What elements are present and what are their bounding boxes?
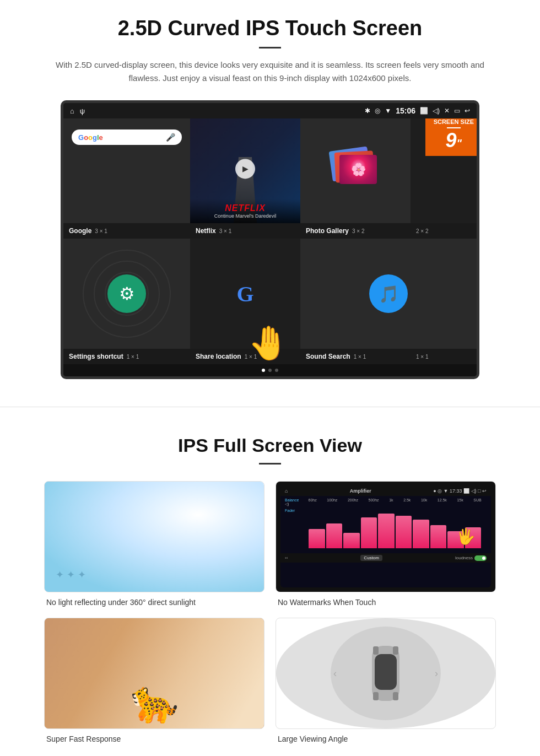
ips-image-amplifier: ⌂ Amplifier ● ◎ ▼ 17:33 ⬜ ◁) □ ↩ Balance…: [276, 481, 496, 592]
location-icon: ◎: [375, 107, 380, 115]
car-image: ‹ ›: [276, 618, 495, 728]
loudness-label: loudness: [455, 555, 473, 560]
section2-underline: [259, 463, 281, 465]
label-sound-size-extra: 1 × 1: [411, 351, 477, 362]
amp-custom-btn[interactable]: Custom: [360, 555, 382, 561]
label-settings: Settings shortcut 1 × 1: [63, 351, 190, 362]
ips-item-car: ‹ › Large Viewing Angle: [276, 618, 496, 743]
back-icon[interactable]: ↩: [465, 107, 470, 115]
sound-icon[interactable]: 🎵: [369, 274, 408, 313]
label-netflix-name: Netflix: [196, 227, 216, 235]
label-empty: 2 × 2: [411, 225, 477, 236]
cheetah-image: 🐆: [45, 618, 264, 728]
amp-home: ⌂: [285, 488, 288, 494]
volume-icon[interactable]: ◁): [433, 107, 440, 115]
section1-title: 2.5D Curved IPS Touch Screen: [33, 17, 507, 40]
app-grid-row2: ⚙ G 🤚 🎵: [63, 239, 477, 349]
section2-title: IPS Full Screen View: [22, 435, 518, 456]
ips-image-sunlight: ✦ ✦ ✦: [44, 481, 264, 592]
svg-rect-1: [375, 654, 397, 690]
svg-rect-3: [393, 646, 398, 655]
share-icons: G: [236, 281, 253, 307]
app-grid-row1: Google 🎤 ▶ NETFLIX Continue Marvel's Dar…: [63, 118, 477, 223]
sunlight-image: ✦ ✦ ✦: [45, 482, 264, 592]
amp-hand: 🖐: [456, 527, 476, 546]
label-share-name: Share location: [196, 353, 241, 360]
label-photos-size: 3 × 2: [352, 228, 365, 234]
toggle-switch[interactable]: [474, 555, 487, 561]
badge-size: 9": [434, 131, 474, 150]
ips-image-cheetah: 🐆: [44, 618, 264, 729]
svg-rect-4: [373, 692, 379, 700]
settings-icon[interactable]: ⚙: [107, 274, 146, 313]
mic-icon[interactable]: 🎤: [166, 133, 175, 142]
dot-2[interactable]: [268, 369, 272, 372]
label-google-size: 3 × 1: [95, 228, 107, 234]
section2-ips: IPS Full Screen View ✦ ✦ ✦ No light refl…: [0, 424, 540, 754]
window-icon[interactable]: ▭: [454, 107, 460, 115]
app-cell-settings[interactable]: ⚙: [63, 239, 190, 349]
usb-icon: ψ: [80, 107, 85, 115]
app-cell-photos[interactable]: 🌸: [300, 118, 411, 223]
google-logo: Google: [78, 133, 103, 142]
section1-description: With 2.5D curved-display screen, this de…: [50, 58, 490, 85]
amp-footer-left: ‹‹: [285, 555, 288, 560]
label-settings-size: 1 × 1: [127, 354, 139, 360]
amp-footer: ‹‹ Custom loudness: [280, 553, 491, 563]
ips-item-cheetah: 🐆 Super Fast Response: [44, 618, 264, 743]
ips-image-car: ‹ ›: [276, 618, 496, 729]
ips-grid: ✦ ✦ ✦ No light reflecting under 360° dir…: [44, 481, 496, 743]
section1-touch-screen: 2.5D Curved IPS Touch Screen With 2.5D c…: [0, 0, 540, 390]
svg-rect-2: [373, 646, 379, 655]
photo-stack: 🌸: [331, 146, 380, 196]
dot-1[interactable]: [262, 369, 265, 372]
close-icon[interactable]: ✕: [444, 107, 450, 115]
device-screen: ⌂ ψ ✱ ◎ ▼ 15:06 ⬜ ◁) ✕ ▭ ↩: [61, 100, 479, 379]
caption-amplifier: No Watermarks When Touch: [276, 598, 496, 607]
status-bar: ⌂ ψ ✱ ◎ ▼ 15:06 ⬜ ◁) ✕ ▭ ↩: [63, 103, 477, 118]
dot-3[interactable]: [275, 369, 278, 372]
caption-sunlight: No light reflecting under 360° direct su…: [44, 598, 264, 607]
google-g-icon: G: [236, 281, 253, 307]
label-sound: Sound Search 1 × 1: [300, 351, 411, 362]
section-divider: [0, 407, 540, 407]
title-underline: [259, 47, 281, 48]
label-sound-name: Sound Search: [306, 353, 350, 360]
google-search-bar[interactable]: Google 🎤: [72, 129, 182, 145]
ips-item-amplifier: ⌂ Amplifier ● ◎ ▼ 17:33 ⬜ ◁) □ ↩ Balance…: [276, 481, 496, 607]
netflix-subtitle: Continue Marvel's Daredevil: [195, 213, 296, 219]
ips-item-sunlight: ✦ ✦ ✦ No light reflecting under 360° dir…: [44, 481, 264, 607]
badge-label: Screen Size: [434, 118, 474, 125]
label-photos: Photo Gallery 3 × 2: [300, 225, 411, 236]
label-google-name: Google: [69, 227, 91, 235]
bluetooth-icon: ✱: [365, 107, 370, 115]
amp-inner: ⌂ Amplifier ● ◎ ▼ 17:33 ⬜ ◁) □ ↩ Balance…: [280, 486, 491, 587]
netflix-overlay: NETFLIX Continue Marvel's Daredevil: [190, 199, 300, 223]
label-sound-size-val: 1 × 1: [416, 354, 429, 360]
app-cell-sound[interactable]: 🎵: [300, 239, 477, 349]
screen-size-badge: Screen Size 9": [425, 118, 477, 156]
camera-icon[interactable]: ⬜: [420, 107, 428, 115]
label-netflix-size: 3 × 1: [219, 228, 232, 234]
home-icon[interactable]: ⌂: [70, 107, 74, 115]
status-left: ⌂ ψ: [70, 107, 85, 115]
wifi-icon: ▼: [385, 107, 391, 115]
amplifier-image: ⌂ Amplifier ● ◎ ▼ 17:33 ⬜ ◁) □ ↩ Balance…: [276, 482, 495, 592]
app-cell-share[interactable]: G 🤚: [190, 239, 300, 349]
label-google: Google 3 × 1: [63, 225, 190, 236]
svg-rect-5: [393, 692, 398, 700]
status-right: ✱ ◎ ▼ 15:06 ⬜ ◁) ✕ ▭ ↩: [365, 106, 470, 115]
photo-card-3: 🌸: [339, 155, 377, 184]
hand-image: 🤚: [248, 327, 289, 360]
label-settings-name: Settings shortcut: [69, 353, 123, 360]
app-cell-empty: Screen Size 9": [411, 118, 477, 223]
loudness-toggle[interactable]: loudness: [455, 555, 487, 561]
app-cell-netflix[interactable]: ▶ NETFLIX Continue Marvel's Daredevil: [190, 118, 300, 223]
play-button[interactable]: ▶: [235, 159, 255, 179]
amp-title: Amplifier: [350, 488, 371, 494]
label-sound-size: 1 × 1: [354, 354, 366, 360]
caption-car: Large Viewing Angle: [276, 735, 496, 743]
app-cell-google[interactable]: Google 🎤: [63, 118, 190, 223]
label-photos-name: Photo Gallery: [306, 227, 349, 235]
status-time: 15:06: [396, 106, 415, 115]
